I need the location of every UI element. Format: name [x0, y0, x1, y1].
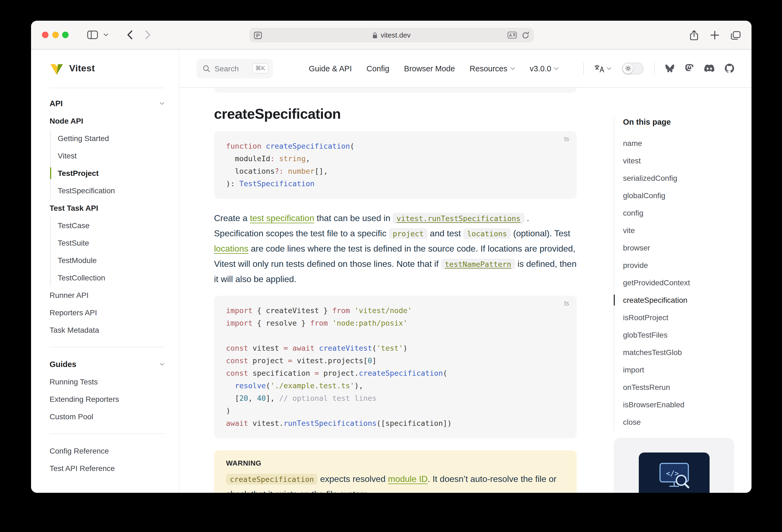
- github-link[interactable]: [725, 64, 734, 73]
- sidebar-item-getting-started[interactable]: Getting Started: [58, 130, 165, 147]
- chevron-down-icon: [103, 33, 108, 36]
- sidebar-item-testspecification[interactable]: TestSpecification: [58, 182, 165, 199]
- toc-item-name[interactable]: name: [623, 135, 734, 152]
- sidebar-item-vitest[interactable]: Vitest: [58, 147, 165, 165]
- inline-code-link-vitest-runtestspecifications[interactable]: vitest.runTestSpecifications: [393, 213, 524, 224]
- github-icon: [725, 64, 734, 73]
- vitest-logo-icon: [49, 62, 64, 76]
- toc-item-ontestsrerun[interactable]: onTestsRerun: [623, 379, 734, 396]
- language-menu-button[interactable]: [594, 64, 611, 73]
- toc-item-globalconfig[interactable]: globalConfig: [623, 187, 734, 204]
- sidebar-divider: [49, 347, 165, 347]
- bluesky-link[interactable]: [665, 64, 675, 73]
- desktop: vitest.dev: [0, 0, 782, 532]
- share-icon: [689, 30, 699, 41]
- text-segment: Create a: [214, 213, 250, 223]
- mastodon-link[interactable]: [685, 64, 694, 73]
- sidebar-item-label: Runner API: [49, 291, 88, 299]
- bluesky-icon: [665, 64, 675, 73]
- discord-link[interactable]: [704, 64, 714, 72]
- description-paragraph: Create a test specification that can be …: [214, 211, 577, 287]
- sidebar-item-testcollection[interactable]: TestCollection: [58, 269, 165, 286]
- toc-item-isbrowserenabled[interactable]: isBrowserEnabled: [623, 396, 734, 413]
- sidebar-item-runner-api[interactable]: Runner API: [49, 286, 165, 304]
- sidebar-item-testsuite[interactable]: TestSuite: [58, 234, 165, 252]
- navbar-separator: [654, 62, 654, 74]
- inline-code-link-testnamepattern[interactable]: testNamePattern: [441, 259, 515, 270]
- url-text: vitest.dev: [381, 31, 411, 39]
- reload-button[interactable]: [522, 31, 529, 39]
- sponsor-ad-card[interactable]: </>: [614, 438, 734, 493]
- nav-link-guide-api[interactable]: Guide & API: [309, 64, 352, 73]
- sidebar-divider: [49, 433, 165, 434]
- text-segment: and test: [427, 229, 463, 238]
- nav-link-browser-mode[interactable]: Browser Mode: [404, 64, 455, 73]
- toc-item-vitest[interactable]: vitest: [623, 152, 734, 169]
- sidebar-item-testcase[interactable]: TestCase: [58, 217, 165, 234]
- close-button[interactable]: [42, 32, 48, 38]
- sidebar-item-extending-reporters[interactable]: Extending Reporters: [49, 390, 165, 408]
- inline-link-test-specification[interactable]: test specification: [250, 213, 315, 223]
- back-button[interactable]: [125, 28, 135, 42]
- toc-item-globtestfiles[interactable]: globTestFiles: [623, 326, 734, 344]
- toc-item-config[interactable]: config: [623, 204, 734, 222]
- reload-icon: [522, 31, 529, 39]
- new-tab-button[interactable]: [710, 31, 719, 40]
- sidebar-item-task-metadata[interactable]: Task Metadata: [49, 321, 165, 339]
- toc-item-createspecification[interactable]: createSpecification: [623, 291, 734, 309]
- sidebar-item-label: Reporters API: [49, 308, 97, 317]
- navbar-separator: [583, 62, 584, 74]
- toc-item-browser[interactable]: browser: [623, 239, 734, 256]
- url-display: vitest.dev: [249, 31, 534, 39]
- inline-link-module-id[interactable]: module ID: [388, 474, 428, 484]
- share-button[interactable]: [689, 30, 699, 41]
- sidebar-item-config-reference[interactable]: Config Reference: [49, 442, 165, 460]
- sidebar-section-guides[interactable]: Guides: [49, 356, 165, 373]
- address-bar[interactable]: vitest.dev: [249, 28, 534, 42]
- page-title: createSpecification: [214, 106, 577, 122]
- vitest-home-link[interactable]: Vitest: [31, 49, 179, 88]
- nav-link-resources[interactable]: Resources: [470, 64, 515, 73]
- theme-toggle[interactable]: [622, 62, 644, 74]
- sidebar-item-reporters-api[interactable]: Reporters API: [49, 304, 165, 321]
- svg-text:</>: </>: [666, 469, 679, 477]
- toc-item-isrootproject[interactable]: isRootProject: [623, 309, 734, 326]
- tab-overview-button[interactable]: [731, 31, 741, 39]
- code-lang-label: ts: [564, 136, 569, 142]
- navbar-right: [583, 62, 734, 74]
- sidebar-item-running-tests[interactable]: Running Tests: [49, 373, 165, 390]
- sidebar-item-node-api[interactable]: Node API: [49, 112, 165, 130]
- page-settings-button[interactable]: [254, 31, 262, 39]
- sidebar-item-custom-pool[interactable]: Custom Pool: [49, 408, 165, 425]
- translate-button[interactable]: [507, 32, 517, 39]
- sidebar-toggle-button[interactable]: [85, 28, 100, 41]
- search-button[interactable]: Search ⌘K: [197, 59, 273, 78]
- sidebar-item-testmodule[interactable]: TestModule: [58, 252, 165, 269]
- chevron-down-icon: [159, 102, 165, 105]
- toc-item-import[interactable]: import: [623, 361, 734, 379]
- nav-link-config[interactable]: Config: [366, 64, 389, 73]
- sidebar-section-api[interactable]: API: [49, 95, 165, 112]
- toc-item-serializedconfig[interactable]: serializedConfig: [623, 169, 734, 187]
- sidebar-item-test-api-reference[interactable]: Test API Reference: [49, 460, 165, 477]
- text-segment: expects resolved: [318, 474, 388, 484]
- toc-item-matchestestglob[interactable]: matchesTestGlob: [623, 344, 734, 361]
- inline-link-locations[interactable]: locations: [214, 244, 248, 253]
- toc-item-provide[interactable]: provide: [623, 256, 734, 274]
- sidebar-item-label: API: [49, 99, 63, 108]
- plus-icon: [710, 31, 719, 40]
- forward-button[interactable]: [143, 28, 153, 42]
- toc-item-close[interactable]: close: [623, 413, 734, 431]
- sidebar-item-label: Custom Pool: [49, 412, 93, 421]
- minimize-button[interactable]: [52, 32, 59, 38]
- browser-toolbar: vitest.dev: [31, 21, 751, 49]
- sidebar-menu-chevron-button[interactable]: [101, 31, 111, 39]
- inline-code: locations: [463, 228, 511, 239]
- zoom-button[interactable]: [62, 32, 69, 38]
- sidebar-item-testproject[interactable]: TestProject: [58, 165, 165, 182]
- nav-link-v3-0-0[interactable]: v3.0.0: [530, 64, 559, 73]
- discord-icon: [704, 64, 714, 72]
- toc-item-getprovidedcontext[interactable]: getProvidedContext: [623, 274, 734, 291]
- sidebar-item-test-task-api[interactable]: Test Task API: [49, 199, 165, 217]
- toc-item-vite[interactable]: vite: [623, 222, 734, 239]
